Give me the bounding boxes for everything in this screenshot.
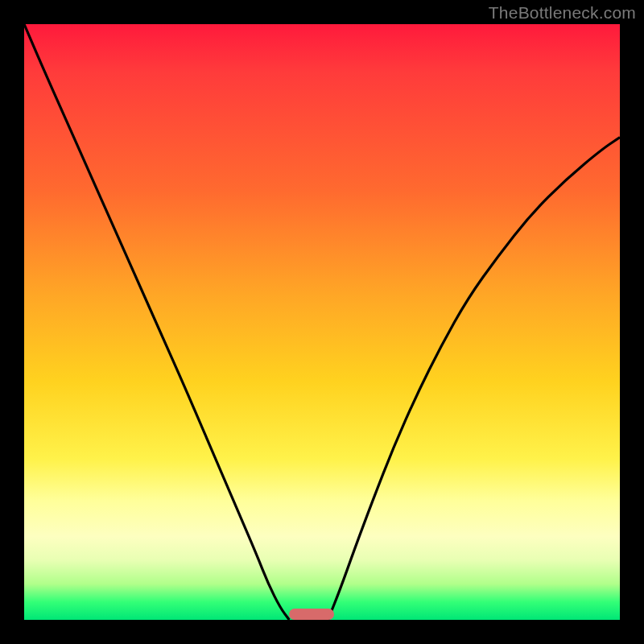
right-curve: [328, 138, 620, 620]
bottleneck-curves: [24, 24, 620, 620]
watermark-text: TheBottleneck.com: [489, 3, 636, 23]
left-curve: [24, 24, 289, 620]
plot-area: [24, 24, 620, 620]
optimal-marker: [289, 609, 334, 620]
chart-frame: TheBottleneck.com: [0, 0, 644, 644]
